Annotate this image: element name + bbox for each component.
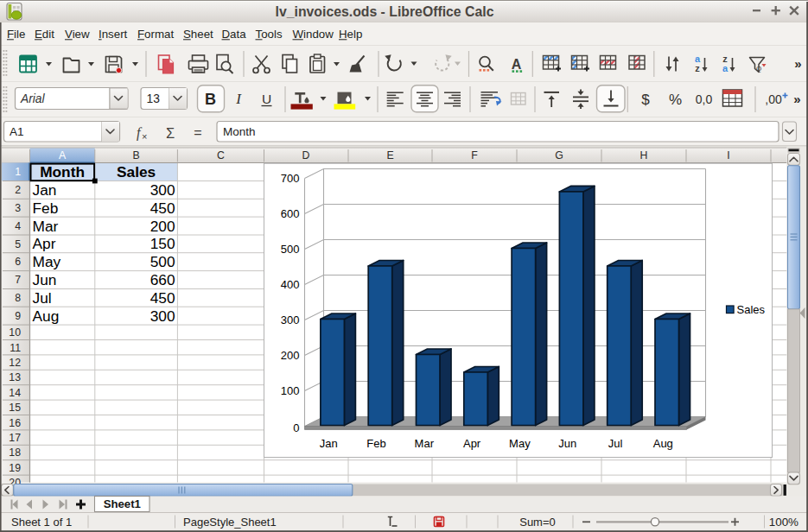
svg-text:Sheet: Sheet: [183, 28, 213, 41]
svg-text:150: 150: [150, 235, 175, 252]
svg-text:18: 18: [9, 446, 21, 459]
svg-text:A: A: [59, 149, 67, 162]
svg-text:13: 13: [9, 371, 21, 383]
svg-text:Data: Data: [222, 28, 247, 41]
svg-text:Arial: Arial: [20, 92, 46, 105]
svg-text:Window: Window: [293, 28, 334, 41]
svg-text:Edit: Edit: [35, 28, 54, 41]
svg-text:100: 100: [281, 384, 300, 397]
svg-text:9: 9: [15, 310, 21, 322]
svg-text:Insert: Insert: [99, 28, 128, 41]
svg-text:Sum=0: Sum=0: [519, 516, 556, 529]
svg-text:1: 1: [15, 166, 21, 178]
svg-text:»: »: [793, 92, 800, 106]
svg-text:0,0: 0,0: [696, 92, 713, 106]
svg-text:8: 8: [15, 292, 21, 304]
svg-text:13: 13: [147, 92, 161, 105]
svg-text:%: %: [669, 92, 682, 108]
svg-text:Aug: Aug: [653, 437, 673, 450]
svg-text:300: 300: [150, 307, 175, 325]
svg-text:Aug: Aug: [33, 307, 60, 325]
svg-text:450: 450: [150, 289, 175, 307]
svg-text:A1: A1: [10, 125, 24, 138]
svg-text:PageStyle_Sheet1: PageStyle_Sheet1: [183, 516, 277, 529]
svg-text:B: B: [205, 91, 216, 108]
svg-text:Sales: Sales: [737, 303, 766, 316]
svg-text:May: May: [33, 253, 61, 270]
svg-text:7: 7: [15, 274, 21, 286]
svg-text:300: 300: [281, 314, 300, 326]
svg-text:16: 16: [9, 417, 21, 429]
svg-text:I: I: [727, 149, 729, 162]
svg-text:C: C: [217, 149, 225, 162]
svg-text:×: ×: [142, 131, 147, 142]
svg-text:6: 6: [15, 256, 21, 268]
svg-text:Month: Month: [40, 163, 85, 180]
svg-text:Feb: Feb: [366, 437, 385, 450]
svg-text:200: 200: [281, 349, 300, 362]
svg-text:500: 500: [150, 253, 175, 270]
svg-text:450: 450: [150, 200, 175, 217]
svg-text:Help: Help: [339, 28, 362, 41]
svg-text:Jun: Jun: [33, 271, 57, 288]
svg-text:5: 5: [15, 238, 21, 250]
svg-text:2: 2: [15, 184, 21, 196]
svg-text:10: 10: [9, 326, 21, 339]
svg-text:U: U: [262, 92, 271, 106]
svg-text:G: G: [555, 149, 563, 162]
svg-text:660: 660: [150, 271, 175, 288]
svg-text:400: 400: [281, 278, 300, 291]
svg-text:Feb: Feb: [33, 200, 59, 217]
svg-text:14: 14: [9, 387, 21, 399]
svg-text:Jan: Jan: [33, 181, 57, 199]
svg-text:E: E: [386, 149, 393, 162]
svg-text:D: D: [302, 149, 310, 162]
svg-text:Sheet 1 of 1: Sheet 1 of 1: [11, 516, 72, 529]
svg-text:lv_invoices.ods - LibreOffice: lv_invoices.ods - LibreOffice Calc: [276, 4, 494, 19]
svg-text:A: A: [512, 57, 522, 72]
svg-text:4: 4: [15, 220, 21, 232]
svg-text:Month: Month: [223, 125, 256, 138]
svg-text:200: 200: [150, 218, 175, 235]
svg-text:500: 500: [281, 243, 300, 256]
svg-text:B: B: [132, 149, 139, 162]
svg-text:Q: Q: [756, 65, 761, 73]
svg-text:Jul: Jul: [33, 289, 52, 307]
svg-text:»: »: [794, 56, 801, 71]
svg-text:17: 17: [9, 432, 21, 444]
svg-text:12: 12: [9, 357, 21, 369]
svg-text:3: 3: [15, 202, 21, 214]
svg-text:Jun: Jun: [558, 437, 576, 450]
svg-text:View: View: [65, 28, 90, 41]
svg-text:Tools: Tools: [256, 28, 283, 41]
svg-text:11: 11: [10, 342, 21, 354]
svg-text:,00: ,00: [765, 92, 782, 106]
svg-text:19: 19: [9, 462, 21, 474]
svg-text:Format: Format: [137, 28, 174, 41]
svg-text:H: H: [640, 149, 648, 162]
svg-text:a: a: [722, 63, 728, 73]
svg-text:Sheet1: Sheet1: [104, 497, 141, 510]
svg-text:May: May: [509, 437, 531, 450]
svg-text:Mar: Mar: [415, 437, 435, 450]
svg-text:Apr: Apr: [33, 235, 56, 252]
svg-text:300: 300: [150, 181, 175, 199]
svg-text:File: File: [7, 28, 25, 41]
svg-text:600: 600: [281, 207, 300, 220]
svg-text:F: F: [471, 149, 478, 162]
svg-text:Jan: Jan: [320, 437, 338, 450]
svg-text:700: 700: [281, 172, 300, 185]
svg-text:z: z: [695, 63, 700, 73]
svg-text:Sales: Sales: [117, 163, 156, 180]
svg-text:15: 15: [9, 402, 21, 414]
svg-text:100%: 100%: [769, 516, 798, 529]
svg-text:Mar: Mar: [33, 218, 59, 235]
svg-text:0: 0: [293, 421, 299, 434]
svg-text:Jul: Jul: [608, 437, 623, 450]
svg-text:Σ: Σ: [166, 125, 175, 141]
svg-text:$: $: [641, 92, 650, 108]
svg-text:Apr: Apr: [463, 437, 481, 450]
svg-text:=: =: [194, 125, 201, 140]
